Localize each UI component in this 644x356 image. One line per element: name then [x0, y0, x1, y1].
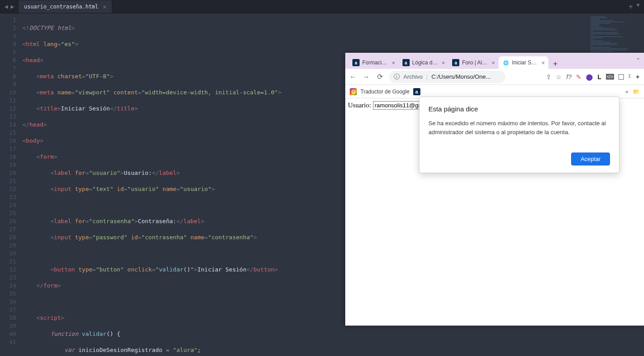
back-icon[interactable]: ←	[349, 73, 357, 81]
browser-tab[interactable]: a Formación F ×	[349, 56, 399, 69]
browser-window: a Formación F × a Lógica de p × a Foro |…	[345, 53, 644, 326]
nav-back-icon[interactable]: ◀	[4, 2, 9, 11]
close-icon[interactable]: ×	[542, 59, 545, 66]
translate-icon: G	[350, 88, 357, 95]
page-content: Usuario: Esta página dice Se ha excedido…	[345, 98, 644, 112]
add-tab-icon[interactable]: +	[629, 2, 633, 11]
ext-font-icon[interactable]: f?	[566, 73, 572, 81]
folder-icon[interactable]: 📁	[633, 89, 640, 95]
address-bar[interactable]: ⓘ Archivo | C:/Users/Monso/One...	[389, 71, 505, 83]
favicon-icon: a	[352, 59, 360, 66]
favicon-icon: a	[452, 59, 459, 66]
close-icon[interactable]: ×	[442, 59, 445, 66]
info-icon[interactable]: ⓘ	[394, 73, 400, 81]
forward-icon[interactable]: →	[362, 73, 370, 81]
browser-tab[interactable]: a Lógica de p ×	[399, 56, 449, 69]
nav-forward-icon[interactable]: ▶	[10, 2, 15, 11]
tab-title: usuario_contraseña.html	[24, 4, 98, 10]
close-icon[interactable]: ×	[392, 59, 395, 66]
globe-icon: 🌐	[502, 59, 509, 66]
alert-message: Se ha excedido el número máximo de inten…	[428, 119, 610, 136]
alert-dialog: Esta página dice Se ha excedido el númer…	[419, 97, 619, 173]
close-icon[interactable]: ×	[103, 3, 106, 10]
usuario-label: Usuario:	[348, 102, 371, 109]
usuario-input[interactable]	[373, 101, 422, 110]
tab-dropdown-icon[interactable]: ▼	[636, 2, 640, 11]
browser-tab[interactable]: a Foro | Alura ×	[449, 56, 499, 69]
ext-text-icon[interactable]: ᵀ	[628, 73, 631, 81]
ext-box-icon[interactable]	[619, 74, 624, 80]
close-icon[interactable]: ×	[491, 59, 495, 66]
editor-tab-bar: ◀ ▶ usuario_contraseña.html × + ▼	[0, 0, 644, 13]
ext-letter-icon[interactable]: L	[597, 73, 602, 81]
add-tab-icon[interactable]: +	[548, 59, 562, 69]
browser-toolbar: ← → ⟳ ⓘ Archivo | C:/Users/Monso/One... …	[345, 69, 644, 85]
ext-code-icon[interactable]: </>	[606, 74, 614, 80]
browser-tab-strip: a Formación F × a Lógica de p × a Foro |…	[345, 53, 644, 69]
reload-icon[interactable]: ⟳	[376, 72, 384, 81]
favicon-icon: a	[402, 59, 410, 66]
browser-tab-active[interactable]: 🌐 Iniciar Sesió ×	[499, 56, 549, 69]
window-chevron-icon[interactable]: ⌄	[636, 55, 640, 61]
line-gutter: 1 2 3 4 5 6 7 8 9 10 11 12 13 14 15 16 1…	[0, 13, 22, 356]
ext-pencil-icon[interactable]: ✎	[576, 73, 581, 81]
puzzle-icon[interactable]: ✦	[635, 73, 640, 81]
overflow-icon[interactable]: »	[625, 89, 628, 95]
editor-tab[interactable]: usuario_contraseña.html ×	[19, 0, 113, 13]
ext-circle-icon[interactable]: ⬤	[586, 73, 593, 81]
share-icon[interactable]: ⇪	[546, 73, 551, 81]
bookmark-item[interactable]: Traductor de Google	[360, 89, 410, 95]
alert-title: Esta página dice	[428, 105, 610, 113]
bookmark-icon[interactable]: a	[413, 88, 420, 95]
star-icon[interactable]: ☆	[556, 73, 562, 81]
alert-ok-button[interactable]: Aceptar	[571, 153, 610, 165]
